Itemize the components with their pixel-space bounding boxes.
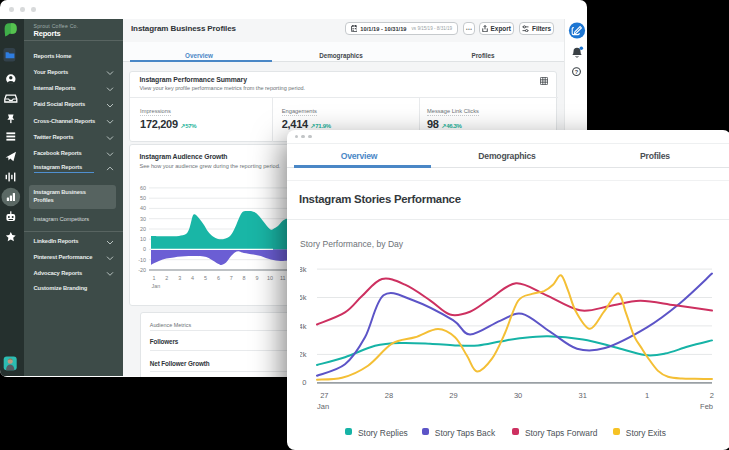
svg-text:11: 11 [280, 274, 286, 280]
svg-text:8k: 8k [300, 265, 307, 274]
svg-text:1: 1 [645, 391, 649, 400]
svg-text:Jan: Jan [317, 402, 329, 411]
svg-text:40: 40 [140, 205, 146, 211]
svg-text:?: ? [575, 69, 579, 75]
svg-text:4k: 4k [300, 322, 307, 331]
svg-text:0: 0 [302, 378, 306, 387]
svg-text:31: 31 [579, 391, 587, 400]
svg-text:2: 2 [165, 274, 168, 280]
svg-text:10: 10 [140, 236, 146, 242]
svg-text:28: 28 [385, 391, 393, 400]
svg-text:29: 29 [449, 391, 457, 400]
svg-text:50: 50 [140, 195, 146, 201]
svg-text:30: 30 [514, 391, 522, 400]
svg-text:8: 8 [243, 274, 246, 280]
svg-text:7: 7 [230, 274, 233, 280]
svg-text:27: 27 [320, 391, 328, 400]
svg-text:9: 9 [256, 274, 259, 280]
svg-text:-10: -10 [138, 257, 146, 263]
svg-text:0: 0 [143, 246, 146, 252]
svg-text:5: 5 [204, 274, 207, 280]
svg-text:-20: -20 [138, 267, 146, 273]
svg-text:10: 10 [267, 274, 273, 280]
svg-text:30: 30 [140, 216, 146, 222]
svg-text:2k: 2k [300, 350, 307, 359]
svg-text:Jan: Jan [152, 282, 161, 288]
svg-text:4: 4 [191, 274, 194, 280]
svg-text:6: 6 [217, 274, 220, 280]
svg-text:Feb: Feb [700, 402, 713, 411]
svg-text:60: 60 [140, 185, 146, 191]
svg-text:2: 2 [710, 391, 714, 400]
svg-text:6k: 6k [300, 293, 307, 302]
svg-text:1: 1 [152, 274, 155, 280]
svg-text:3: 3 [178, 274, 181, 280]
svg-text:20: 20 [140, 226, 146, 232]
